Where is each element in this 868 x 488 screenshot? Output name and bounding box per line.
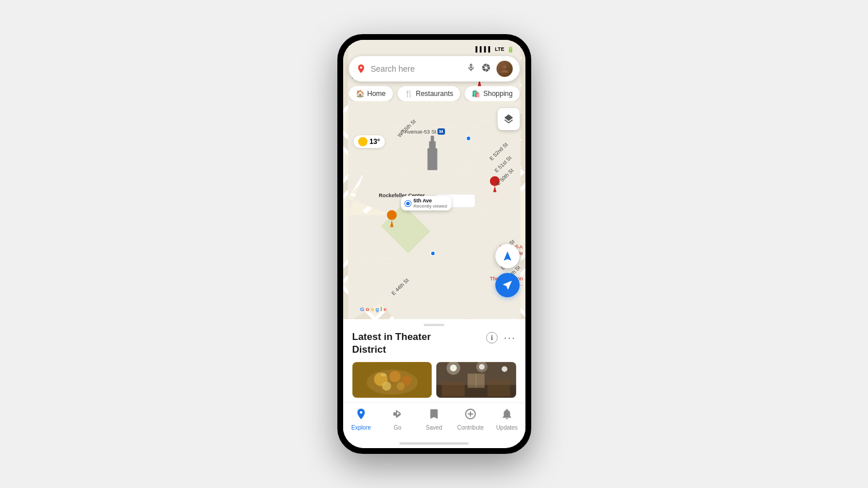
filter-tabs: 🏠 Home 🍴 Restaurants 🛍️ Shopping <box>349 86 525 101</box>
go-label: Go <box>393 424 401 431</box>
home-tab-icon: 🏠 <box>356 90 365 98</box>
svg-point-60 <box>431 251 435 256</box>
navigation-button[interactable] <box>495 244 520 268</box>
filter-tab-home[interactable]: 🏠 Home <box>349 86 393 101</box>
recently-viewed-label: Recently viewed <box>414 204 447 209</box>
svg-point-80 <box>502 366 507 372</box>
network-type: LTE <box>495 46 504 52</box>
more-button[interactable]: ··· <box>503 332 516 344</box>
saved-icon <box>428 408 440 423</box>
route-icon <box>502 279 513 291</box>
phone-frame: G o o g l e ▌▌▌▌ LTE 🔋 Trump To <box>337 34 531 454</box>
food-photo <box>352 362 432 398</box>
nav-item-saved[interactable]: Saved <box>416 408 453 431</box>
fifth-ave-label: 5th Ave <box>414 198 447 204</box>
filter-tab-shopping[interactable]: 🛍️ Shopping <box>465 86 520 101</box>
signal-icon: ▌▌▌▌ <box>476 46 493 52</box>
latest-actions: ℹ ··· <box>486 332 516 344</box>
contribute-icon <box>464 408 477 423</box>
status-bar: ▌▌▌▌ LTE 🔋 <box>343 40 525 56</box>
layers-icon <box>503 113 514 125</box>
nav-item-updates[interactable]: Updates <box>489 408 525 431</box>
map-layers-button[interactable] <box>498 108 520 130</box>
svg-point-54 <box>387 210 396 220</box>
restaurants-tab-icon: 🍴 <box>404 90 413 98</box>
home-tab-label: Home <box>367 90 386 98</box>
nav-item-go[interactable]: Go <box>380 408 416 431</box>
restaurants-tab-label: Restaurants <box>416 90 454 98</box>
svg-point-70 <box>389 371 400 382</box>
contribute-label: Contribute <box>457 424 484 431</box>
svg-rect-51 <box>431 136 434 142</box>
temperature-value: 13° <box>370 138 380 146</box>
nav-item-contribute[interactable]: Contribute <box>453 408 489 431</box>
sun-icon <box>358 137 367 146</box>
camera-icon[interactable] <box>481 63 491 75</box>
svg-rect-82 <box>442 382 465 397</box>
bottom-nav: Explore Go Saved <box>343 402 525 440</box>
home-indicator-area <box>343 440 525 448</box>
filter-tab-restaurants[interactable]: 🍴 Restaurants <box>398 86 461 101</box>
metro-badge-m: M <box>437 128 445 135</box>
nav-item-explore[interactable]: Explore <box>343 408 380 431</box>
svg-rect-50 <box>429 141 435 149</box>
bottom-panel: Latest in TheaterDistrict ℹ ··· <box>343 319 525 440</box>
photos-row <box>352 362 516 398</box>
updates-label: Updates <box>496 424 517 431</box>
svg-point-72 <box>382 382 391 391</box>
svg-rect-83 <box>487 379 510 396</box>
drag-handle <box>424 324 444 326</box>
latest-header: Latest in TheaterDistrict ℹ ··· <box>352 331 516 356</box>
search-icons <box>466 61 513 77</box>
navigation-icon <box>502 250 513 262</box>
search-bar[interactable]: Search here <box>349 56 520 82</box>
info-button[interactable]: ℹ <box>486 332 498 343</box>
photo-thumb-1[interactable] <box>352 362 432 398</box>
search-input[interactable]: Search here <box>371 64 462 73</box>
drag-indicator[interactable] <box>343 319 525 328</box>
battery-icon: 🔋 <box>507 46 514 53</box>
fifth-ave-popup[interactable]: 5th Ave Recently viewed <box>401 196 451 210</box>
status-icons: ▌▌▌▌ LTE 🔋 <box>476 46 514 53</box>
svg-point-61 <box>490 176 499 186</box>
route-button[interactable] <box>495 273 520 297</box>
shopping-tab-icon: 🛍️ <box>472 90 480 98</box>
phone-screen: G o o g l e ▌▌▌▌ LTE 🔋 Trump To <box>343 40 525 448</box>
temperature-badge: 13° <box>354 135 385 148</box>
explore-icon <box>355 408 367 423</box>
user-avatar[interactable] <box>496 61 513 77</box>
svg-text:G
          o
          o
    : G o o g l e <box>360 306 387 312</box>
updates-icon <box>501 408 513 423</box>
maps-pin-icon <box>356 64 366 74</box>
map-container[interactable]: G o o g l e ▌▌▌▌ LTE 🔋 Trump To <box>343 40 525 319</box>
svg-rect-49 <box>427 148 437 170</box>
svg-point-59 <box>466 136 470 141</box>
search-bar-container: Search here <box>349 56 520 82</box>
svg-point-73 <box>396 382 404 390</box>
svg-point-74 <box>381 373 387 376</box>
photo-thumb-2[interactable] <box>436 362 516 398</box>
explore-label: Explore <box>351 424 371 431</box>
saved-label: Saved <box>426 424 442 431</box>
home-indicator <box>399 442 469 445</box>
latest-title: Latest in TheaterDistrict <box>352 331 431 356</box>
go-icon <box>391 408 404 423</box>
latest-section: Latest in TheaterDistrict ℹ ··· <box>343 328 525 402</box>
interior-photo <box>436 362 516 398</box>
shopping-tab-label: Shopping <box>483 90 513 98</box>
metro-label: 5 Avenue-53 St M <box>401 128 445 135</box>
mic-icon[interactable] <box>466 63 476 75</box>
